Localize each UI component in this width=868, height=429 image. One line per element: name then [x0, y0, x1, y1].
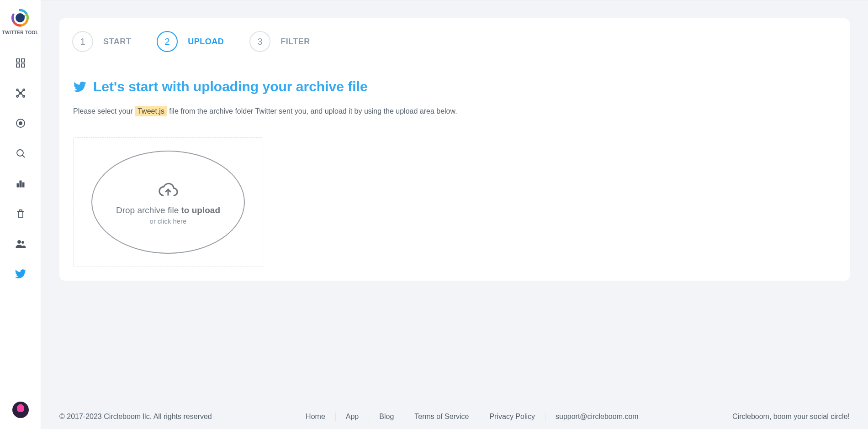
page-title-text: Let's start with uploading your archive …	[93, 79, 368, 94]
wizard-steps: 1 START 2 UPLOAD 3 FILTER	[59, 18, 850, 65]
people-icon	[15, 238, 26, 249]
desc-before: Please select your	[73, 107, 135, 115]
cloud-upload-icon	[158, 180, 179, 201]
footer-links: Home App Blog Terms of Service Privacy P…	[296, 413, 649, 421]
nav-network[interactable]	[10, 83, 31, 104]
trash-icon	[15, 208, 26, 219]
svg-point-16	[17, 150, 23, 156]
step-number: 2	[157, 31, 178, 52]
dropzone-text-b: to upload	[181, 205, 220, 215]
main: 1 START 2 UPLOAD 3 FILTER Let's start wi…	[41, 0, 868, 429]
network-icon	[15, 88, 26, 99]
footer: © 2017-2023 Circleboom llc. All rights r…	[59, 413, 850, 421]
twitter-icon	[73, 80, 87, 94]
svg-line-12	[17, 93, 21, 96]
svg-line-10	[17, 90, 21, 93]
footer-link-home[interactable]: Home	[296, 413, 336, 421]
footer-link-support[interactable]: support@circleboom.com	[545, 413, 649, 421]
step-filter[interactable]: 3 FILTER	[249, 31, 310, 52]
dropzone-container: Drop archive file to upload or click her…	[73, 137, 263, 267]
footer-link-tos[interactable]: Terms of Service	[404, 413, 479, 421]
nav-twitter[interactable]	[10, 263, 31, 284]
svg-rect-2	[21, 59, 25, 62]
svg-line-17	[22, 155, 25, 157]
svg-point-0	[16, 13, 25, 22]
footer-link-privacy[interactable]: Privacy Policy	[479, 413, 545, 421]
svg-rect-21	[18, 211, 23, 217]
copyright: © 2017-2023 Circleboom llc. All rights r…	[59, 413, 212, 421]
dropzone-line2: or click here	[150, 217, 187, 225]
svg-point-23	[21, 241, 24, 244]
step-number: 3	[249, 31, 270, 52]
step-upload[interactable]: 2 UPLOAD	[157, 31, 224, 52]
target-icon	[15, 118, 26, 129]
nav-people[interactable]	[10, 233, 31, 254]
dashboard-icon	[15, 58, 26, 68]
wizard-card: 1 START 2 UPLOAD 3 FILTER Let's start wi…	[59, 18, 850, 281]
footer-link-app[interactable]: App	[336, 413, 369, 421]
wizard-content: Let's start with uploading your archive …	[59, 65, 850, 281]
filename-highlight: Tweet.js	[135, 106, 167, 116]
footer-link-blog[interactable]: Blog	[369, 413, 404, 421]
svg-rect-1	[16, 59, 20, 62]
svg-line-13	[21, 93, 24, 96]
nav-trash[interactable]	[10, 203, 31, 224]
svg-rect-4	[21, 64, 25, 67]
step-start[interactable]: 1 START	[72, 31, 131, 52]
step-label: FILTER	[281, 37, 310, 47]
svg-rect-3	[16, 64, 20, 67]
brand-name: TWITTER TOOL	[2, 30, 39, 35]
page-description: Please select your Tweet.js file from th…	[73, 107, 836, 115]
nav-dashboard[interactable]	[10, 52, 31, 73]
svg-point-15	[19, 121, 22, 125]
nav-target[interactable]	[10, 113, 31, 134]
search-icon	[15, 148, 26, 159]
svg-rect-20	[22, 183, 24, 187]
dropzone-text-a: Drop archive file	[116, 205, 181, 215]
logo-icon	[11, 8, 30, 27]
twitter-icon	[15, 268, 26, 280]
svg-rect-18	[17, 183, 19, 187]
svg-line-11	[21, 90, 24, 93]
page-title: Let's start with uploading your archive …	[73, 79, 836, 94]
desc-after: file from the archive folder Twitter sen…	[167, 107, 457, 115]
step-label: UPLOAD	[188, 37, 224, 47]
svg-point-22	[17, 241, 21, 244]
upload-dropzone[interactable]: Drop archive file to upload or click her…	[91, 151, 245, 254]
svg-rect-19	[20, 181, 21, 187]
brand-logo[interactable]: TWITTER TOOL	[2, 8, 39, 35]
dropzone-line1: Drop archive file to upload	[116, 205, 220, 215]
footer-tagline: Circleboom, boom your social circle!	[732, 413, 850, 421]
step-label: START	[103, 37, 131, 47]
step-number: 1	[72, 31, 93, 52]
chart-icon	[15, 178, 26, 189]
nav-search[interactable]	[10, 143, 31, 164]
user-avatar[interactable]	[12, 402, 29, 418]
sidebar: TWITTER TOOL	[0, 0, 41, 429]
nav-analytics[interactable]	[10, 173, 31, 194]
